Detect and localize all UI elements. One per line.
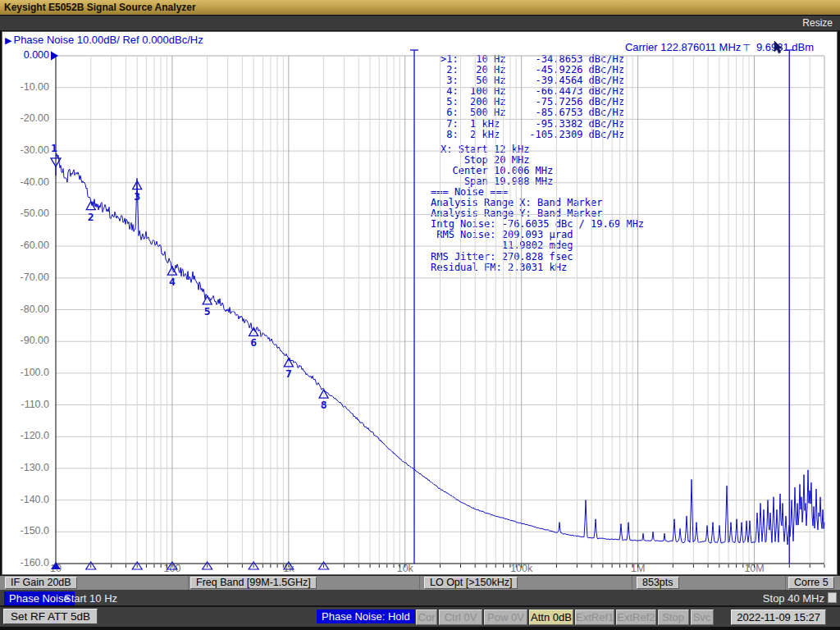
y-axis-tick-label: -120.0 [5, 430, 49, 441]
x-axis-tick-label: 1k [264, 563, 313, 574]
carrier-power: 9.6931 dBm [756, 41, 814, 53]
trace-arrow-icon: ▶ [5, 35, 11, 45]
corner-button[interactable] [828, 592, 837, 603]
divider [785, 576, 786, 590]
noise-analysis-block: === Noise ===Analysis Range X: Band Mark… [431, 187, 644, 273]
points-button[interactable]: 853pts [637, 577, 679, 589]
measurement-state-badge: Phase Noise: Hold [317, 609, 415, 623]
status-segment-pow[interactable]: Pow 0V [484, 609, 527, 625]
y-axis-tick-label: -140.0 [5, 494, 49, 505]
lo-opt-button[interactable]: LO Opt [>150kHz] [424, 577, 518, 589]
measurement-status-strip: IF Gain 20dB Freq Band [99M-1.5GHz] LO O… [0, 575, 840, 590]
instrument-screen: Keysight E5052B Signal Source Analyzer R… [0, 0, 840, 630]
status-segment-stop[interactable]: Stop [658, 609, 689, 625]
status-segment-svc[interactable]: Svc [691, 609, 714, 625]
datetime-label: 2022-11-09 15:27 [731, 609, 826, 625]
status-segment-extref1[interactable]: ExtRef1 [575, 609, 614, 625]
marker-readout-line: 6: 500 Hz -85.6753 dBc/Hz [441, 107, 624, 118]
status-segment-extref2[interactable]: ExtRef2 [616, 609, 655, 625]
set-rf-att-button[interactable]: Set RF ATT 5dB [3, 609, 98, 624]
divider [188, 576, 189, 590]
sweep-range-bar: Phase Noise Start 10 Hz Stop 40 MHz [0, 590, 840, 607]
x-axis-tick-label: 10k [381, 563, 430, 574]
x-axis-tick-label: 10M [730, 563, 779, 574]
noise-info-line: 11.9802 mdeg [431, 240, 644, 251]
status-segments: CorCtrl 0VPow 0VAttn 0dBExtRef1ExtRef2St… [416, 609, 714, 625]
sweep-stop-label: Stop 40 MHz [763, 592, 824, 605]
status-segment-attn[interactable]: Attn 0dB [529, 609, 573, 625]
y-axis-tick-label: -10.00 [5, 81, 49, 93]
noise-info-line: RMS Jitter: 270.828 fsec [431, 252, 644, 262]
marker-readout-block: >1: 10 Hz -34.8653 dBc/Hz 2: 20 Hz -45.9… [441, 54, 624, 140]
x-axis-tick-label: 100k [497, 563, 546, 574]
y-axis-tick-label: -100.0 [5, 367, 49, 378]
noise-info-line: Residual FM: 2.3031 kHz [431, 262, 644, 273]
carrier-frequency: Carrier 122.876011 MHz [625, 41, 741, 53]
y-axis-tick-label: -90.00 [5, 335, 49, 346]
instrument-status-bar: Set RF ATT 5dB Phase Noise: Hold CorCtrl… [0, 607, 840, 627]
y-axis-tick-label: -130.0 [5, 462, 49, 473]
y-axis-tick-label: -40.00 [5, 176, 49, 188]
divider [419, 576, 420, 590]
y-axis-tick-label: -50.00 [5, 208, 49, 219]
y-axis-tick-label: -80.00 [5, 304, 49, 315]
x-axis-tick-label: 1M [614, 563, 663, 574]
x-axis-tick-label: 10 [31, 563, 80, 574]
marker-readout-line: 7: 1 kHz -95.3382 dBc/Hz [441, 119, 624, 130]
band-marker-handle-icon: ⊤ [742, 43, 751, 52]
status-segment-ctrl[interactable]: Ctrl 0V [439, 609, 482, 625]
status-segment-cor[interactable]: Cor [416, 609, 437, 625]
y-axis-tick-label: -150.0 [5, 525, 49, 536]
divider [632, 576, 632, 590]
y-axis-tick-label: -20.00 [5, 112, 49, 124]
carrier-readout: Carrier 122.876011 MHz⊤9.6931 dBm [625, 41, 814, 53]
plot-labels-layer: ▶Phase Noise 10.00dB/ Ref 0.000dBc/Hz Ca… [0, 0, 840, 630]
x-axis-readout-block: X: Start 12 kHz Stop 20 MHz Center 10.00… [441, 144, 553, 187]
marker-readout-line: 8: 2 kHz -105.2309 dBc/Hz [441, 130, 624, 140]
trace-label[interactable]: ▶Phase Noise 10.00dB/ Ref 0.000dBc/Hz [5, 34, 203, 46]
correction-button[interactable]: Corre 5 [788, 577, 834, 589]
freq-band-button[interactable]: Freq Band [99M-1.5GHz] [190, 577, 317, 589]
y-axis-tick-label: -60.00 [5, 240, 49, 251]
x-axis-tick-label: 100 [148, 563, 197, 574]
y-axis-tick-label: -110.0 [5, 399, 49, 410]
y-axis-tick-label: -70.00 [5, 272, 49, 283]
y-axis-tick-label: -30.00 [5, 144, 49, 156]
if-gain-button[interactable]: IF Gain 20dB [5, 577, 77, 589]
sweep-start-label: Start 10 Hz [64, 592, 117, 605]
y-axis-tick-label: 0.000 [5, 49, 49, 61]
